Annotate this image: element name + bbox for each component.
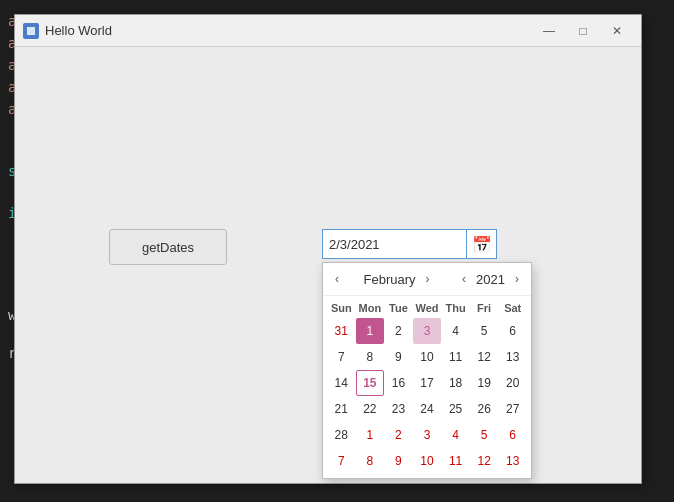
window-content: getDates 📅 ‹ February › ‹ 2021 ›	[15, 47, 641, 483]
calendar-day[interactable]: 25	[441, 396, 470, 422]
calendar-day[interactable]: 12	[470, 448, 499, 474]
calendar-day[interactable]: 3	[413, 318, 442, 344]
calendar-day[interactable]: 8	[356, 344, 385, 370]
day-name-sat: Sat	[498, 300, 527, 316]
calendar-header: ‹ February › ‹ 2021 ›	[323, 263, 531, 296]
close-button[interactable]: ✕	[601, 19, 633, 43]
calendar-day[interactable]: 7	[327, 344, 356, 370]
calendar-day[interactable]: 1	[356, 318, 385, 344]
calendar-day[interactable]: 28	[327, 422, 356, 448]
get-dates-button[interactable]: getDates	[109, 229, 227, 265]
prev-month-button[interactable]: ‹	[327, 269, 347, 289]
next-year-button[interactable]: ›	[507, 269, 527, 289]
calendar-day[interactable]: 9	[384, 344, 413, 370]
calendar-day[interactable]: 18	[441, 370, 470, 396]
calendar-day[interactable]: 10	[413, 344, 442, 370]
calendar-day[interactable]: 1	[356, 422, 385, 448]
day-name-wed: Wed	[413, 300, 442, 316]
calendar-day[interactable]: 14	[327, 370, 356, 396]
calendar-day[interactable]: 6	[498, 318, 527, 344]
calendar-day[interactable]: 4	[441, 422, 470, 448]
calendar-day[interactable]: 5	[470, 318, 499, 344]
calendar-day[interactable]: 26	[470, 396, 499, 422]
svg-rect-0	[27, 27, 35, 35]
calendar-day-today[interactable]: 15	[356, 370, 385, 396]
calendar-day[interactable]: 24	[413, 396, 442, 422]
calendar-day[interactable]: 2	[384, 422, 413, 448]
calendar-dropdown: ‹ February › ‹ 2021 › Sun Mon Tue Wed	[322, 262, 532, 479]
calendar-day[interactable]: 22	[356, 396, 385, 422]
calendar-year-label: ‹ 2021 ›	[454, 269, 527, 289]
calendar-day[interactable]: 23	[384, 396, 413, 422]
day-name-mon: Mon	[356, 300, 385, 316]
calendar-day[interactable]: 12	[470, 344, 499, 370]
day-name-fri: Fri	[470, 300, 499, 316]
calendar-day[interactable]: 7	[327, 448, 356, 474]
calendar-day-names: Sun Mon Tue Wed Thu Fri Sat	[327, 300, 527, 316]
calendar-icon: 📅	[472, 235, 492, 254]
calendar-day[interactable]: 5	[470, 422, 499, 448]
date-input[interactable]	[322, 229, 467, 259]
calendar-day[interactable]: 31	[327, 318, 356, 344]
application-window: Hello World — □ ✕ getDates 📅 ‹ February	[14, 14, 642, 484]
app-icon	[23, 23, 39, 39]
calendar-grid: Sun Mon Tue Wed Thu Fri Sat 31 1 2 3 4 5	[323, 296, 531, 478]
calendar-day[interactable]: 19	[470, 370, 499, 396]
next-month-button[interactable]: ›	[418, 269, 438, 289]
day-name-tue: Tue	[384, 300, 413, 316]
window-controls: — □ ✕	[533, 19, 633, 43]
calendar-day[interactable]: 11	[441, 448, 470, 474]
calendar-day[interactable]: 4	[441, 318, 470, 344]
calendar-day[interactable]: 27	[498, 396, 527, 422]
calendar-month-label: February ›	[364, 269, 438, 289]
calendar-day[interactable]: 2	[384, 318, 413, 344]
calendar-day[interactable]: 16	[384, 370, 413, 396]
calendar-day[interactable]: 13	[498, 448, 527, 474]
calendar-day[interactable]: 10	[413, 448, 442, 474]
calendar-day[interactable]: 11	[441, 344, 470, 370]
datepicker-wrap: 📅	[322, 229, 497, 259]
calendar-day[interactable]: 3	[413, 422, 442, 448]
window-title: Hello World	[45, 23, 533, 38]
minimize-button[interactable]: —	[533, 19, 565, 43]
calendar-day[interactable]: 13	[498, 344, 527, 370]
calendar-day[interactable]: 17	[413, 370, 442, 396]
calendar-day[interactable]: 6	[498, 422, 527, 448]
day-name-thu: Thu	[441, 300, 470, 316]
calendar-day[interactable]: 21	[327, 396, 356, 422]
calendar-day[interactable]: 20	[498, 370, 527, 396]
calendar-toggle-button[interactable]: 📅	[467, 229, 497, 259]
title-bar: Hello World — □ ✕	[15, 15, 641, 47]
prev-year-button[interactable]: ‹	[454, 269, 474, 289]
calendar-day[interactable]: 9	[384, 448, 413, 474]
maximize-button[interactable]: □	[567, 19, 599, 43]
day-name-sun: Sun	[327, 300, 356, 316]
calendar-day[interactable]: 8	[356, 448, 385, 474]
calendar-days: 31 1 2 3 4 5 6 7 8 9 10 11 12 13 14	[327, 318, 527, 474]
